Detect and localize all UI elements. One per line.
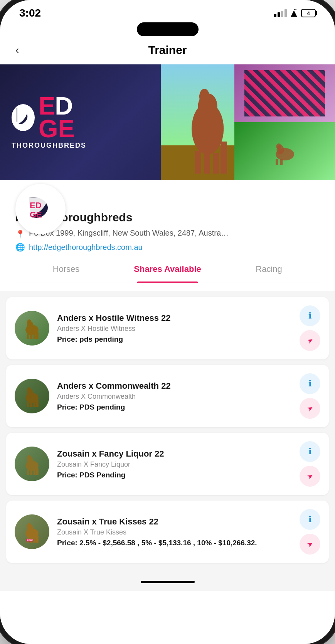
horse-subtitle: Anders X Commonwealth: [57, 393, 292, 401]
avatar: ED GE: [15, 184, 66, 234]
svg-rect-27: [30, 402, 32, 407]
svg-point-2: [199, 89, 210, 104]
hero-panel-top: [234, 64, 335, 122]
svg-rect-29: [36, 400, 39, 407]
svg-point-25: [27, 387, 31, 393]
horse-avatar: [15, 311, 49, 346]
svg-rect-20: [30, 334, 32, 339]
status-icons: ▲̈ 4: [274, 8, 316, 18]
tab-horses[interactable]: Horses: [15, 256, 117, 283]
hero-banner: ED GE THOROUGHBREDS: [0, 64, 335, 180]
svg-rect-4: [204, 151, 210, 174]
send-button[interactable]: ➤: [300, 466, 320, 487]
svg-text:ED: ED: [30, 201, 42, 210]
horse-price: Price: PDS Pending: [57, 471, 292, 479]
svg-rect-43: [36, 536, 39, 543]
horse-subtitle: Zousain X True Kisses: [57, 528, 292, 536]
hero-panel-bottom: [234, 122, 335, 180]
svg-rect-10: [276, 159, 278, 165]
status-bar: 3:02 ▲̈ 4: [0, 0, 335, 22]
tab-shares-available[interactable]: Shares Available: [117, 256, 218, 283]
svg-text:SYNRG: SYNRG: [27, 539, 33, 541]
svg-rect-19: [27, 334, 29, 339]
signal-bars-icon: [274, 9, 287, 17]
svg-point-18: [27, 319, 31, 325]
trainer-address: 📍 Po Box 1999, Kingscliff, New South Wal…: [15, 229, 320, 239]
horse-info: Zousain x True Kisses 22 Zousain X True …: [57, 517, 292, 547]
info-icon: ℹ: [308, 514, 311, 524]
horse-price: Price: pds pending: [57, 335, 292, 344]
signal-bar-4: [284, 9, 287, 17]
location-icon: 📍: [15, 229, 25, 239]
horse-subtitle: Zousain X Fancy Liquor: [57, 460, 292, 469]
svg-rect-35: [34, 470, 36, 475]
phone-screen: 3:02 ▲̈ 4 ‹ Trainer: [0, 0, 335, 644]
horse-info: Zousain x Fancy Liquor 22 Zousain X Fanc…: [57, 449, 292, 479]
signal-bar-1: [274, 14, 276, 17]
list-item: Anders x Hostile Witness 22 Anders X Hos…: [6, 297, 329, 359]
home-indicator-container: [0, 569, 335, 591]
tab-racing[interactable]: Racing: [218, 256, 320, 283]
horse-avatar: SYNRG: [15, 514, 49, 549]
svg-rect-21: [34, 334, 36, 339]
horse-title: Anders x Hostile Witness 22: [57, 313, 292, 323]
svg-point-32: [27, 455, 31, 460]
svg-rect-22: [36, 332, 39, 339]
svg-rect-36: [36, 468, 39, 475]
send-button[interactable]: ➤: [300, 534, 320, 555]
list-item: SYNRG Zousain x True Kisses 22 Zousain X…: [6, 501, 329, 563]
svg-rect-34: [30, 470, 32, 475]
svg-rect-3: [195, 151, 201, 174]
phone-frame: 3:02 ▲̈ 4 ‹ Trainer: [0, 0, 335, 644]
wifi-icon: ▲̈: [291, 8, 297, 18]
horse-actions: ℹ ➤: [300, 509, 320, 555]
svg-point-9: [276, 143, 281, 150]
profile-section: ED GE Edge Thoroughbreds 📍 Po Box 1999, …: [0, 211, 335, 291]
svg-rect-11: [280, 159, 283, 165]
info-button[interactable]: ℹ: [300, 509, 320, 530]
send-icon: ➤: [305, 335, 315, 346]
status-time: 3:02: [19, 7, 41, 19]
back-button[interactable]: ‹: [15, 44, 19, 56]
page-title: Trainer: [148, 44, 187, 57]
info-button[interactable]: ℹ: [300, 441, 320, 462]
info-icon: ℹ: [308, 379, 311, 389]
battery-icon: 4: [301, 9, 316, 17]
info-button[interactable]: ℹ: [300, 373, 320, 394]
horse-list: Anders x Hostile Witness 22 Anders X Hos…: [0, 291, 335, 569]
horse-title: Zousain x True Kisses 22: [57, 517, 292, 527]
send-button[interactable]: ➤: [300, 330, 320, 351]
svg-text:GE: GE: [30, 210, 42, 219]
list-item: Zousain x Fancy Liquor 22 Zousain X Fanc…: [6, 433, 329, 495]
info-icon: ℹ: [308, 311, 311, 321]
trainer-website[interactable]: 🌐 http://edgethoroughbreds.com.au: [15, 243, 320, 252]
signal-bar-3: [281, 11, 283, 17]
horse-price: Price: PDS pending: [57, 403, 292, 411]
scroll-content: ‹ Trainer: [0, 36, 335, 644]
send-icon: ➤: [305, 471, 315, 482]
send-button[interactable]: ➤: [300, 398, 320, 419]
horse-price: Price: 2.5% - $2,566.58 , 5% - $5,133.16…: [57, 539, 292, 547]
horse-info: Anders x Commonwealth 22 Anders X Common…: [57, 381, 292, 411]
signal-bar-2: [278, 12, 280, 17]
svg-rect-28: [34, 402, 36, 407]
info-icon: ℹ: [308, 447, 311, 457]
horse-title: Zousain x Fancy Liquor 22: [57, 449, 292, 459]
horse-actions: ℹ ➤: [300, 305, 320, 351]
trainer-avatar-logo: ED GE: [19, 188, 62, 230]
hero-logo-area: ED GE THOROUGHBREDS: [0, 64, 161, 180]
svg-point-39: [27, 523, 31, 528]
svg-rect-26: [27, 402, 29, 407]
list-item: Anders x Commonwealth 22 Anders X Common…: [6, 365, 329, 427]
hero-thoroughbreds-text: THOROUGHBREDS: [12, 142, 149, 150]
horse-actions: ℹ ➤: [300, 441, 320, 487]
horse-avatar: [15, 447, 49, 481]
svg-rect-42: [34, 538, 36, 543]
dynamic-island: [137, 22, 199, 36]
horse-title: Anders x Commonwealth 22: [57, 381, 292, 391]
horse-avatar: [15, 379, 49, 413]
tabs-container: Horses Shares Available Racing: [15, 256, 320, 283]
nav-header: ‹ Trainer: [0, 36, 335, 64]
horse-subtitle: Anders X Hostile Witness: [57, 325, 292, 333]
info-button[interactable]: ℹ: [300, 305, 320, 326]
